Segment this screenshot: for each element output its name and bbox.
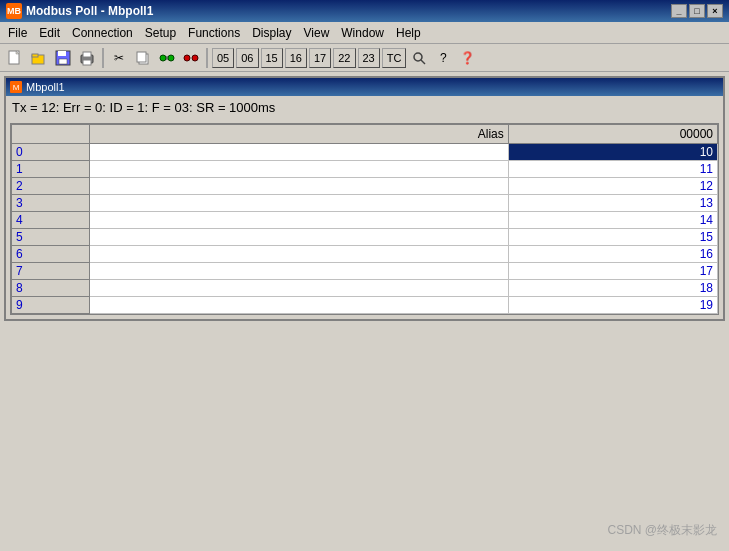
- print-button[interactable]: [76, 47, 98, 69]
- svg-rect-3: [32, 54, 38, 57]
- table-row[interactable]: 919: [12, 297, 718, 314]
- menu-display[interactable]: Display: [246, 24, 297, 42]
- alias-cell: [90, 161, 508, 178]
- disconnect-button[interactable]: [180, 47, 202, 69]
- save-button[interactable]: [52, 47, 74, 69]
- title-bar: MB Modbus Poll - Mbpoll1 _ □ ×: [0, 0, 729, 22]
- mdi-title: Mbpoll1: [26, 81, 65, 93]
- connect-button[interactable]: [156, 47, 178, 69]
- menu-help[interactable]: Help: [390, 24, 427, 42]
- mdi-title-bar: M Mbpoll1: [6, 78, 723, 96]
- alias-cell: [90, 229, 508, 246]
- new-button[interactable]: [4, 47, 26, 69]
- alias-cell: [90, 178, 508, 195]
- table-row[interactable]: 616: [12, 246, 718, 263]
- value-cell[interactable]: 13: [508, 195, 717, 212]
- close-button[interactable]: ×: [707, 4, 723, 18]
- menu-functions[interactable]: Functions: [182, 24, 246, 42]
- row-number: 4: [12, 212, 90, 229]
- alias-cell: [90, 246, 508, 263]
- col-header-rownum: [12, 125, 90, 144]
- toolbar: ✂ 05 06 15 16 17 22 23 TC ? ❓: [0, 44, 729, 72]
- row-number: 8: [12, 280, 90, 297]
- fc16-button[interactable]: 16: [285, 48, 307, 68]
- svg-point-13: [160, 55, 166, 61]
- row-number: 3: [12, 195, 90, 212]
- menu-connection[interactable]: Connection: [66, 24, 139, 42]
- toolbar-separator-1: [102, 48, 104, 68]
- menu-bar: File Edit Connection Setup Functions Dis…: [0, 22, 729, 44]
- maximize-button[interactable]: □: [689, 4, 705, 18]
- mdi-window: M Mbpoll1 Tx = 12: Err = 0: ID = 1: F = …: [4, 76, 725, 321]
- menu-window[interactable]: Window: [335, 24, 390, 42]
- fc22-button[interactable]: 22: [333, 48, 355, 68]
- value-cell[interactable]: 17: [508, 263, 717, 280]
- data-table-wrapper: Alias 00000 0101112123134145156167178189…: [10, 123, 719, 315]
- svg-point-19: [414, 53, 422, 61]
- fc17-button[interactable]: 17: [309, 48, 331, 68]
- alias-cell: [90, 195, 508, 212]
- fc06-button[interactable]: 06: [236, 48, 258, 68]
- cut-button[interactable]: ✂: [108, 47, 130, 69]
- col-header-value: 00000: [508, 125, 717, 144]
- menu-edit[interactable]: Edit: [33, 24, 66, 42]
- value-cell[interactable]: 16: [508, 246, 717, 263]
- alias-cell: [90, 280, 508, 297]
- table-row[interactable]: 212: [12, 178, 718, 195]
- svg-line-20: [421, 60, 425, 64]
- row-number: 6: [12, 246, 90, 263]
- row-number: 0: [12, 144, 90, 161]
- status-text: Tx = 12: Err = 0: ID = 1: F = 03: SR = 1…: [6, 96, 723, 119]
- svg-point-14: [168, 55, 174, 61]
- app-icon: MB: [6, 3, 22, 19]
- alias-cell: [90, 144, 508, 161]
- copy-button[interactable]: [132, 47, 154, 69]
- open-button[interactable]: [28, 47, 50, 69]
- row-number: 1: [12, 161, 90, 178]
- table-row[interactable]: 515: [12, 229, 718, 246]
- value-cell[interactable]: 11: [508, 161, 717, 178]
- table-row[interactable]: 818: [12, 280, 718, 297]
- data-table: Alias 00000 0101112123134145156167178189…: [11, 124, 718, 314]
- table-row[interactable]: 111: [12, 161, 718, 178]
- watermark: CSDN @终极末影龙: [607, 522, 717, 539]
- fc15-button[interactable]: 15: [261, 48, 283, 68]
- svg-point-18: [192, 55, 198, 61]
- svg-rect-9: [83, 60, 91, 65]
- table-row[interactable]: 717: [12, 263, 718, 280]
- value-cell[interactable]: 15: [508, 229, 717, 246]
- menu-file[interactable]: File: [2, 24, 33, 42]
- row-number: 7: [12, 263, 90, 280]
- value-cell[interactable]: 19: [508, 297, 717, 314]
- toolbar-separator-2: [206, 48, 208, 68]
- search-button[interactable]: [408, 47, 430, 69]
- fc23-button[interactable]: 23: [358, 48, 380, 68]
- value-cell[interactable]: 12: [508, 178, 717, 195]
- row-number: 9: [12, 297, 90, 314]
- svg-point-17: [184, 55, 190, 61]
- minimize-button[interactable]: _: [671, 4, 687, 18]
- table-row[interactable]: 313: [12, 195, 718, 212]
- tc-button[interactable]: TC: [382, 48, 407, 68]
- svg-rect-11: [137, 52, 146, 62]
- mdi-icon: M: [10, 81, 22, 93]
- window-body: Tx = 12: Err = 0: ID = 1: F = 03: SR = 1…: [6, 96, 723, 315]
- fc05-button[interactable]: 05: [212, 48, 234, 68]
- row-number: 2: [12, 178, 90, 195]
- help-button[interactable]: ?: [432, 47, 454, 69]
- value-cell[interactable]: 14: [508, 212, 717, 229]
- menu-view[interactable]: View: [298, 24, 336, 42]
- alias-cell: [90, 263, 508, 280]
- window-title: Modbus Poll - Mbpoll1: [26, 4, 671, 18]
- about-button[interactable]: ❓: [456, 47, 478, 69]
- value-cell[interactable]: 18: [508, 280, 717, 297]
- svg-rect-5: [58, 51, 66, 56]
- table-row[interactable]: 414: [12, 212, 718, 229]
- row-number: 5: [12, 229, 90, 246]
- value-cell[interactable]: 10: [508, 144, 717, 161]
- table-row[interactable]: 010: [12, 144, 718, 161]
- col-header-alias: Alias: [90, 125, 508, 144]
- alias-cell: [90, 297, 508, 314]
- svg-rect-6: [59, 59, 67, 64]
- menu-setup[interactable]: Setup: [139, 24, 182, 42]
